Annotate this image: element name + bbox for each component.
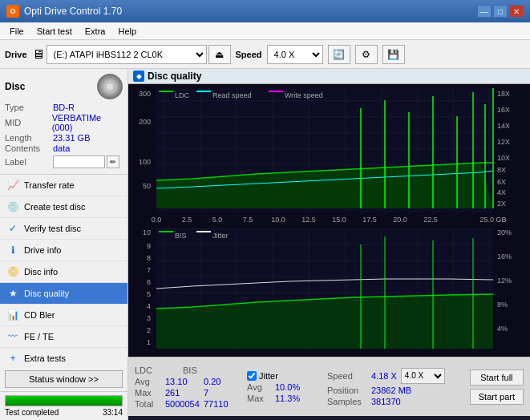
contents-value: data (53, 143, 70, 153)
label-save-button[interactable]: ✏ (107, 155, 119, 168)
svg-text:8X: 8X (497, 166, 506, 174)
disc-quality-icon: ★ (6, 287, 19, 300)
svg-text:300: 300 (139, 90, 151, 98)
samples-label: Samples (327, 397, 367, 406)
nav-drive-info-label: Drive info (24, 245, 61, 255)
menu-starttest[interactable]: Start test (30, 25, 79, 38)
toolbar: Drive 🖥 (E:) ATAPI iHBS112 2 CL0K ⏏ Spee… (0, 40, 530, 69)
svg-text:0.0: 0.0 (152, 216, 162, 224)
svg-text:22.5: 22.5 (423, 216, 438, 224)
app-title: Opti Drive Control 1.70 (24, 6, 122, 17)
svg-text:4: 4 (147, 302, 151, 310)
cd-bler-icon: 📊 (6, 309, 19, 321)
nav-fe-te-label: FE / TE (24, 332, 54, 341)
progress-time: 33:14 (103, 408, 123, 417)
stat-avg-label: Avg (135, 377, 159, 386)
samples-val: 381370 (371, 397, 401, 406)
nav-disc-info[interactable]: 📀 Disc info (0, 261, 127, 283)
stat-total-bis: 77110 (204, 399, 229, 409)
nav-drive-info[interactable]: ℹ Drive info (0, 240, 127, 261)
svg-text:12.5: 12.5 (301, 216, 316, 224)
chart-svg: LDC Read speed Write speed 300 200 100 5… (128, 84, 530, 373)
nav-transfer-rate[interactable]: 📈 Transfer rate (0, 175, 127, 196)
nav-verify-test-disc[interactable]: ✓ Verify test disc (0, 218, 127, 240)
start-full-button[interactable]: Start full (470, 370, 524, 386)
menu-bar: File Start test Extra Help (0, 22, 530, 40)
jitter-avg: 10.0% (275, 382, 300, 392)
position-label: Position (327, 386, 367, 395)
close-button[interactable]: ✕ (509, 5, 524, 18)
charts-container: LDC Read speed Write speed 300 200 100 5… (128, 84, 530, 416)
svg-text:2.5: 2.5 (182, 216, 192, 224)
svg-text:7: 7 (147, 266, 151, 274)
svg-text:LDC: LDC (175, 91, 190, 99)
svg-text:1: 1 (147, 338, 151, 346)
svg-text:25.0 GB: 25.0 GB (479, 216, 506, 224)
svg-text:7.5: 7.5 (243, 216, 253, 224)
speed-selector[interactable]: 4.0 X (267, 45, 323, 64)
title-bar: O Opti Drive Control 1.70 — □ ✕ (0, 0, 530, 22)
svg-text:20%: 20% (497, 228, 512, 236)
chart-title-icon: ◆ (133, 71, 144, 82)
mid-value: VERBATIMe (000) (52, 113, 123, 132)
svg-text:10: 10 (143, 228, 151, 236)
nav-disc-quality[interactable]: ★ Disc quality (0, 283, 127, 305)
app-icon: O (6, 5, 19, 18)
svg-text:10X: 10X (497, 154, 510, 162)
transfer-rate-icon: 📈 (6, 179, 19, 192)
menu-help[interactable]: Help (111, 25, 143, 38)
disc-section-label: Disc (5, 81, 25, 92)
start-part-button[interactable]: Start part (470, 389, 524, 405)
menu-file[interactable]: File (3, 25, 30, 38)
nav-extra-tests[interactable]: + Extra tests (0, 348, 127, 367)
svg-text:Jitter: Jitter (212, 232, 229, 240)
stat-max-bis: 7 (204, 388, 208, 398)
minimize-button[interactable]: — (477, 5, 492, 18)
nav-cd-bler[interactable]: 📊 CD Bler (0, 305, 127, 326)
stat-avg-ldc: 13.10 (165, 377, 197, 386)
stat-avg-bis: 0.20 (204, 377, 220, 386)
speed-stat-select[interactable]: 4.0 X (401, 368, 445, 384)
save-button[interactable]: 💾 (382, 45, 405, 64)
drive-info-icon: ℹ (6, 244, 19, 256)
progress-bar-container (5, 395, 123, 406)
svg-text:12X: 12X (497, 138, 510, 146)
svg-text:8%: 8% (497, 301, 508, 309)
svg-text:4X: 4X (497, 188, 506, 196)
eject-button[interactable]: ⏏ (208, 45, 231, 64)
length-key: Length (5, 133, 53, 143)
refresh-button[interactable]: 🔄 (328, 45, 350, 64)
svg-rect-43 (159, 231, 173, 232)
stat-max-ldc: 261 (165, 388, 197, 398)
label-key: Label (5, 157, 53, 167)
nav-create-test-disc-label: Create test disc (24, 202, 85, 212)
svg-text:12%: 12% (497, 277, 512, 285)
nav-fe-te[interactable]: 〰 FE / TE (0, 326, 127, 348)
fe-te-icon: 〰 (6, 330, 19, 343)
drive-selector[interactable]: (E:) ATAPI iHBS112 2 CL0K (47, 45, 207, 64)
svg-text:8: 8 (147, 254, 151, 262)
maximize-button[interactable]: □ (493, 5, 508, 18)
disc-icon (97, 74, 123, 99)
menu-extra[interactable]: Extra (79, 25, 112, 38)
svg-text:BIS: BIS (175, 232, 187, 240)
nav-create-test-disc[interactable]: 💿 Create test disc (0, 196, 127, 218)
nav-cd-bler-label: CD Bler (24, 310, 55, 320)
svg-text:17.5: 17.5 (362, 216, 377, 224)
label-input[interactable] (53, 155, 105, 168)
nav-items: 📈 Transfer rate 💿 Create test disc ✓ Ver… (0, 175, 127, 367)
jitter-checkbox[interactable] (247, 371, 257, 381)
nav-disc-quality-label: Disc quality (24, 289, 69, 298)
status-window-button[interactable]: Status window >> (5, 370, 123, 388)
svg-text:50: 50 (143, 182, 151, 190)
svg-text:16%: 16% (497, 252, 512, 260)
svg-text:20.0: 20.0 (393, 216, 407, 224)
settings-button[interactable]: ⚙ (355, 45, 378, 64)
svg-rect-11 (159, 91, 173, 92)
length-value: 23.31 GB (53, 133, 90, 143)
stat-header-bis: BIS (183, 365, 197, 375)
speed-stat-val: 4.18 X (371, 371, 397, 381)
create-test-disc-icon: 💿 (6, 200, 19, 213)
svg-text:15.0: 15.0 (332, 216, 346, 224)
svg-text:2: 2 (147, 326, 151, 334)
